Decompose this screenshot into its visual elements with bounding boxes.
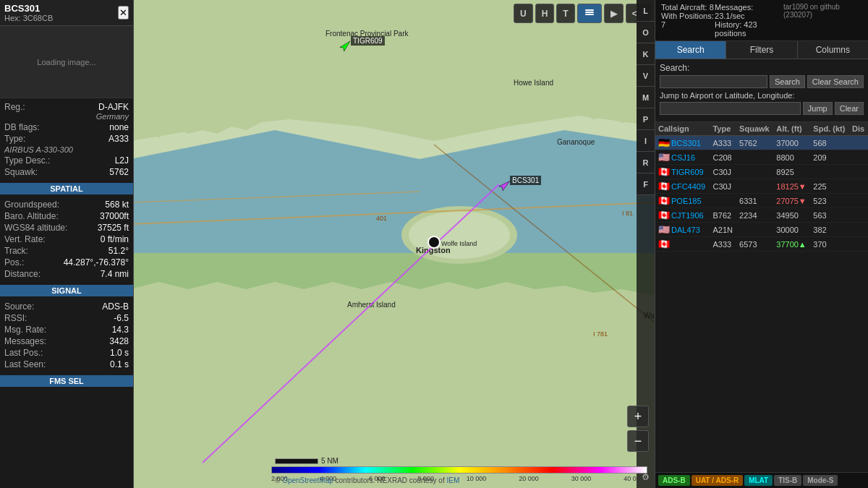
search-button[interactable]: Search xyxy=(770,75,805,88)
github-link[interactable]: tar1090 on github (230207) xyxy=(783,3,862,38)
svg-rect-31 xyxy=(585,14,594,15)
cell-squawk xyxy=(736,150,773,165)
cell-dist xyxy=(849,208,868,223)
table-row[interactable]: 🇨🇦POE185 6331 27075▼ 523 xyxy=(655,194,868,208)
map-area[interactable]: I 81 401 I 781 Kingston Gananoque Fronte… xyxy=(134,0,655,488)
overlay-btn-layers[interactable] xyxy=(577,4,602,23)
msg-rate-label: Msg. Rate: xyxy=(4,325,46,335)
zoom-in-button[interactable]: + xyxy=(627,406,649,427)
flag-icon: 🇨🇦 xyxy=(658,166,670,177)
squawk-label: Squawk: xyxy=(4,167,38,177)
zoom-out-button[interactable]: − xyxy=(627,430,649,452)
baro-alt-label: Baro. Altitude: xyxy=(4,211,59,221)
overlay-btn-t[interactable]: T xyxy=(556,4,574,23)
osm-link[interactable]: OpenStreetMap xyxy=(282,476,333,484)
source-modes[interactable]: Mode-S xyxy=(803,475,838,486)
signal-header: SIGNAL xyxy=(0,285,133,296)
aircraft-table-container[interactable]: Callsign Type Squawk Alt. (ft) Spd. (kt)… xyxy=(655,122,868,472)
overlay-btn-arrow[interactable]: ▶ xyxy=(604,4,624,23)
side-btn-r[interactable]: R xyxy=(637,152,655,174)
cell-callsign: 🇺🇸DAL473 xyxy=(655,223,710,237)
cell-callsign: 🇨🇦CFC4409 xyxy=(655,179,710,194)
col-type[interactable]: Type xyxy=(710,122,736,136)
vert-rate-label: Vert. Rate: xyxy=(4,234,46,244)
col-squawk[interactable]: Squawk xyxy=(736,122,773,136)
squawk-value: 5762 xyxy=(109,167,129,177)
svg-text:I 781: I 781 xyxy=(593,330,608,338)
side-btn-v[interactable]: V xyxy=(637,65,655,87)
cell-type: A21N xyxy=(710,223,736,237)
table-row[interactable]: 🇩🇪BCS301 A333 5762 37000 568 xyxy=(655,136,868,150)
spatial-info: Groundspeed: 568 kt Baro. Altitude: 3700… xyxy=(0,196,133,283)
table-row[interactable]: 🇨🇦CJT1906 B762 2234 34950 563 xyxy=(655,208,868,223)
source-mlat[interactable]: MLAT xyxy=(744,475,773,486)
svg-text:401: 401 xyxy=(376,215,387,222)
cell-alt: 8800 xyxy=(773,150,810,165)
flag-icon: 🇨🇦 xyxy=(658,181,670,192)
cell-callsign: 🇨🇦CJT1906 xyxy=(655,208,710,223)
groundspeed-value: 568 kt xyxy=(105,200,129,210)
source-tisb[interactable]: TIS-B xyxy=(774,475,801,486)
table-row[interactable]: 🇨🇦TIGR609 C30J 8925 xyxy=(655,165,868,179)
db-flags-label: DB flags: xyxy=(4,122,40,132)
side-btn-l[interactable]: L xyxy=(637,0,655,22)
jump-input[interactable] xyxy=(660,102,801,115)
overlay-btn-h[interactable]: H xyxy=(535,4,555,23)
msg-rate-value: 14.3 xyxy=(112,325,129,335)
source-label: Source: xyxy=(4,301,34,312)
side-btn-m[interactable]: M xyxy=(637,87,655,108)
source-value: ADS-B xyxy=(102,301,129,312)
side-btn-i[interactable]: I xyxy=(637,130,655,152)
col-spd[interactable]: Spd. (kt) xyxy=(810,122,849,136)
source-uat[interactable]: UAT / ADS-R xyxy=(692,475,743,486)
track-label: Track: xyxy=(4,246,28,256)
aircraft-bcs301[interactable]: BCS301 xyxy=(495,177,513,197)
flag-icon: 🇺🇸 xyxy=(658,152,670,163)
side-btn-o[interactable]: O xyxy=(637,22,655,43)
table-row[interactable]: 🇺🇸DAL473 A21N 30000 382 xyxy=(655,223,868,237)
iem-link[interactable]: IEM xyxy=(447,476,460,484)
search-label: Search: xyxy=(660,63,864,73)
flag-icon: 🇨🇦 xyxy=(658,210,670,221)
cell-spd: 523 xyxy=(810,194,849,208)
source-adsb[interactable]: ADS-B xyxy=(658,475,690,486)
tab-filters[interactable]: Filters xyxy=(726,41,797,59)
stats-bar: Total Aircraft: 8 With Positions: 7 Mess… xyxy=(655,0,868,41)
table-row[interactable]: 🇨🇦 A333 6573 37700▲ 370 xyxy=(655,237,868,252)
cell-dist xyxy=(849,179,868,194)
reg-value: D-AJFK xyxy=(96,102,129,112)
jump-button[interactable]: Jump xyxy=(803,102,833,115)
svg-point-24 xyxy=(428,236,440,248)
svg-marker-4 xyxy=(260,0,506,123)
cell-callsign: 🇩🇪BCS301 xyxy=(655,136,710,150)
cell-squawk: 6331 xyxy=(736,194,773,208)
aircraft-hex: Hex: 3C68CB xyxy=(4,14,53,22)
tab-columns[interactable]: Columns xyxy=(798,41,868,59)
spatial-header: SPATIAL xyxy=(0,183,133,194)
cell-squawk xyxy=(736,165,773,179)
side-btn-k[interactable]: K xyxy=(637,43,655,65)
clear-jump-button[interactable]: Clear xyxy=(835,102,864,115)
col-alt[interactable]: Alt. (ft) xyxy=(773,122,810,136)
tab-search[interactable]: Search xyxy=(655,41,726,59)
flag-icon: 🇩🇪 xyxy=(658,137,670,148)
table-row[interactable]: 🇺🇸CSJ16 C208 8800 209 xyxy=(655,150,868,165)
side-btn-p[interactable]: P xyxy=(637,108,655,130)
last-seen-label: Last Seen: xyxy=(4,359,46,369)
col-dist[interactable]: Dis xyxy=(849,122,868,136)
aircraft-tigr609[interactable]: TIGR609 xyxy=(336,38,354,57)
search-input[interactable] xyxy=(660,75,767,88)
groundspeed-label: Groundspeed: xyxy=(4,200,59,210)
db-flags-value: none xyxy=(109,122,129,132)
side-btn-f[interactable]: F xyxy=(637,174,655,195)
overlay-btn-u[interactable]: U xyxy=(514,4,533,23)
cell-type: C208 xyxy=(710,150,736,165)
flag-icon: 🇨🇦 xyxy=(658,195,670,206)
close-button[interactable]: ✕ xyxy=(118,6,129,20)
search-area: Search: Search Clear Search Jump to Airp… xyxy=(655,59,868,122)
table-row[interactable]: 🇨🇦CFC4409 C30J 18125▼ 225 xyxy=(655,179,868,194)
col-callsign[interactable]: Callsign xyxy=(655,122,710,136)
clear-search-button[interactable]: Clear Search xyxy=(807,75,864,88)
last-pos-value: 1.0 s xyxy=(110,348,129,358)
aircraft-tbody: 🇩🇪BCS301 A333 5762 37000 568 🇺🇸CSJ16 C20… xyxy=(655,136,868,252)
